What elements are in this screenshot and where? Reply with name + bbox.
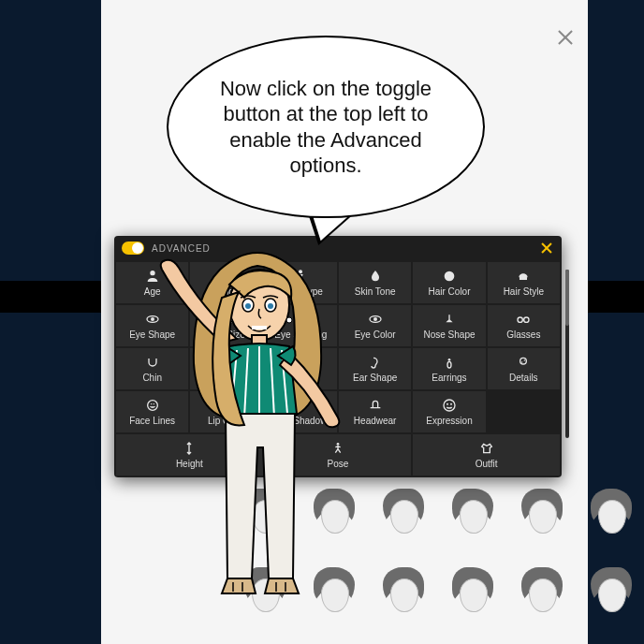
advanced-option-eye-color[interactable]: Eye Color <box>339 305 411 346</box>
advanced-option-headwear[interactable]: Headwear <box>339 391 411 432</box>
advanced-option-details[interactable]: Details <box>488 348 560 389</box>
svg-point-18 <box>524 359 525 360</box>
hairstyle-option[interactable] <box>232 477 298 552</box>
advanced-panel: ADVANCED AgeGenderBody TypeSkin ToneHair… <box>114 236 562 477</box>
advanced-option-label: Skin Tone <box>353 286 398 297</box>
advanced-option-nose-shape[interactable]: Nose Shape <box>413 305 485 346</box>
close-icon[interactable] <box>556 28 575 47</box>
person-icon <box>144 269 161 284</box>
advanced-close-icon[interactable] <box>539 241 554 256</box>
advanced-option-age[interactable]: Age <box>116 262 188 303</box>
hairstyle-option[interactable] <box>578 556 644 631</box>
svg-point-9 <box>295 317 299 321</box>
hairstyle-option[interactable]: ✓ <box>232 556 298 631</box>
svg-point-1 <box>222 271 226 275</box>
svg-point-0 <box>150 271 154 275</box>
hairstyle-option[interactable] <box>371 556 436 631</box>
svg-point-2 <box>227 271 231 275</box>
svg-point-4 <box>445 271 455 282</box>
svg-point-26 <box>446 403 448 405</box>
advanced-option-label: Age <box>142 286 163 297</box>
eyesize-icon <box>218 312 235 327</box>
scrollbar[interactable] <box>565 270 569 438</box>
advanced-option-lips[interactable]: Lips <box>265 348 337 389</box>
advanced-option-label: Earrings <box>430 373 468 383</box>
speech-bubble: Now click on the toggle button at the to… <box>167 36 485 218</box>
check-icon: ✓ <box>274 562 291 578</box>
advanced-toggle[interactable] <box>122 242 144 255</box>
svg-point-6 <box>151 317 154 321</box>
advanced-option-label: Gender <box>209 286 243 297</box>
advanced-option-label: Eye Spacing <box>272 329 329 340</box>
advanced-option-label: Body Type <box>277 286 325 297</box>
hat-icon <box>367 398 384 413</box>
svg-point-19 <box>521 361 522 362</box>
svg-point-8 <box>227 316 233 323</box>
hairstyle-option[interactable] <box>440 477 505 552</box>
hairstyle-option[interactable] <box>578 477 644 552</box>
advanced-option-gender[interactable]: Gender <box>190 262 262 303</box>
shirt-icon <box>478 441 495 456</box>
advanced-option-hair-style[interactable]: Hair Style <box>488 262 560 303</box>
advanced-option-hair-color[interactable]: Hair Color <box>413 262 485 303</box>
advanced-option-label: Face Lines <box>127 416 177 426</box>
advanced-option-expression[interactable]: Expression <box>413 391 485 432</box>
advanced-option-label: Lip Shape <box>203 373 249 383</box>
hairstyle-option[interactable] <box>509 477 575 552</box>
advanced-option-body-type[interactable]: Body Type <box>265 262 337 303</box>
height-icon <box>181 441 198 456</box>
advanced-option-lip-color[interactable]: Lip Color <box>190 391 262 432</box>
advanced-option-label: Hair Color <box>426 286 472 297</box>
advanced-option-ear-shape[interactable]: Ear Shape <box>339 348 411 389</box>
svg-point-14 <box>524 317 529 322</box>
advanced-option-outfit[interactable]: Outfit <box>413 434 560 476</box>
advanced-option-skin-tone[interactable]: Skin Tone <box>339 262 411 303</box>
hairstyle-option[interactable] <box>440 556 505 631</box>
glasses-icon <box>515 312 532 327</box>
advanced-option-label: Headwear <box>352 416 399 426</box>
chin-icon <box>144 355 161 370</box>
advanced-option-label: Details <box>507 373 540 383</box>
hairstyle-option[interactable] <box>301 556 367 631</box>
svg-point-21 <box>228 401 232 404</box>
smiley-icon <box>441 398 458 413</box>
advanced-option-chin[interactable]: Chin <box>116 348 188 389</box>
advanced-grid: AgeGenderBody TypeSkin ToneHair ColorHai… <box>114 260 562 477</box>
svg-point-17 <box>520 358 527 364</box>
advanced-option-height[interactable]: Height <box>116 434 263 476</box>
hairstyle-option[interactable] <box>301 477 367 552</box>
hairstyle-option[interactable] <box>509 556 575 631</box>
advanced-option-pose[interactable]: Pose <box>265 434 412 476</box>
svg-point-25 <box>444 400 455 411</box>
svg-point-3 <box>299 270 302 273</box>
advanced-option-eye-shadow[interactable]: Eye Shadow <box>265 391 337 432</box>
advanced-option-label: Lip Color <box>206 416 247 426</box>
facelines-icon <box>144 398 161 413</box>
eyeshadow-icon <box>292 398 309 413</box>
hairstyle-option[interactable] <box>371 477 436 552</box>
advanced-option-earrings[interactable]: Earrings <box>413 348 485 389</box>
advanced-option-eye-size[interactable]: Eye Size <box>190 305 262 346</box>
advanced-option-label: Glasses <box>505 329 542 340</box>
advanced-option-glasses[interactable]: Glasses <box>488 305 560 346</box>
advanced-option-label: Pose <box>326 459 351 469</box>
svg-rect-24 <box>301 404 303 407</box>
advanced-option-face-lines[interactable]: Face Lines <box>116 391 188 432</box>
advanced-option-label: Expression <box>424 416 474 426</box>
advanced-option-eye-spacing[interactable]: Eye Spacing <box>265 305 337 346</box>
hairstyle-grid: ✓ <box>232 477 644 631</box>
advanced-option-eye-shape[interactable]: Eye Shape <box>116 305 188 346</box>
svg-point-16 <box>447 361 451 368</box>
hair-icon <box>515 269 532 284</box>
svg-point-10 <box>302 317 306 321</box>
earrings-icon <box>441 355 458 370</box>
advanced-option-label: Chin <box>140 373 164 383</box>
advanced-option-label: Hair Style <box>502 286 546 297</box>
advanced-option-lip-shape[interactable]: Lip Shape <box>190 348 262 389</box>
svg-point-28 <box>337 443 340 446</box>
lipshape-icon <box>218 355 235 370</box>
body-icon <box>292 269 309 284</box>
circle-icon <box>441 269 458 284</box>
pose-icon <box>329 441 346 456</box>
advanced-option-label: Outfit <box>474 459 500 469</box>
